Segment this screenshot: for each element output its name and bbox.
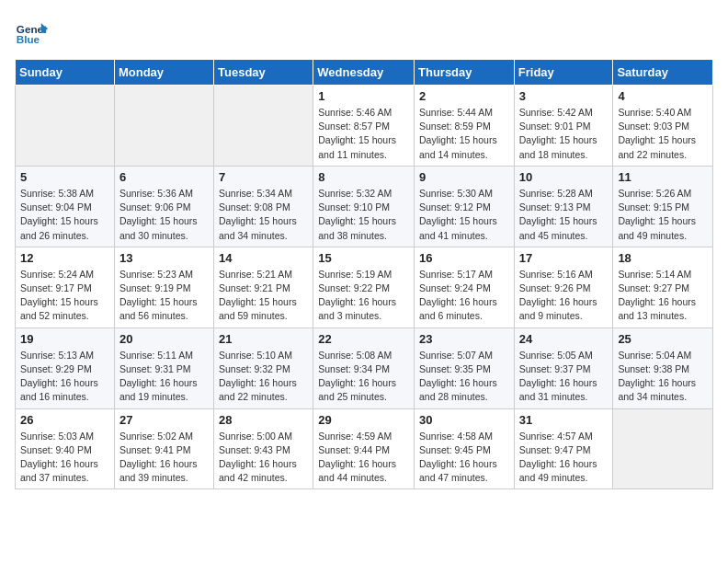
calendar-cell: 25Sunrise: 5:04 AMSunset: 9:38 PMDayligh… — [613, 327, 713, 408]
calendar-cell: 29Sunrise: 4:59 AMSunset: 9:44 PMDayligh… — [313, 408, 415, 489]
day-number: 1 — [318, 89, 409, 103]
day-number: 6 — [119, 170, 209, 184]
day-number: 17 — [519, 251, 609, 265]
calendar-cell: 18Sunrise: 5:14 AMSunset: 9:27 PMDayligh… — [613, 247, 713, 327]
calendar-table: SundayMondayTuesdayWednesdayThursdayFrid… — [15, 59, 713, 489]
weekday-header-monday: Monday — [114, 60, 213, 86]
calendar-cell: 10Sunrise: 5:28 AMSunset: 9:13 PMDayligh… — [514, 166, 613, 247]
calendar-week-4: 19Sunrise: 5:13 AMSunset: 9:29 PMDayligh… — [16, 327, 713, 408]
day-info: Sunrise: 5:05 AMSunset: 9:37 PMDaylight:… — [519, 349, 609, 405]
day-info: Sunrise: 5:44 AMSunset: 8:59 PMDaylight:… — [419, 106, 509, 162]
day-info: Sunrise: 5:46 AMSunset: 8:57 PMDaylight:… — [318, 106, 409, 162]
calendar-cell: 22Sunrise: 5:08 AMSunset: 9:34 PMDayligh… — [313, 327, 415, 408]
calendar-cell — [114, 86, 213, 167]
day-info: Sunrise: 5:34 AMSunset: 9:08 PMDaylight:… — [219, 187, 308, 243]
day-number: 8 — [318, 170, 409, 184]
weekday-header-tuesday: Tuesday — [214, 60, 313, 86]
weekday-header-wednesday: Wednesday — [313, 60, 415, 86]
day-number: 13 — [119, 251, 209, 265]
day-info: Sunrise: 5:17 AMSunset: 9:24 PMDaylight:… — [419, 268, 509, 324]
day-info: Sunrise: 5:26 AMSunset: 9:15 PMDaylight:… — [618, 187, 708, 243]
calendar-cell: 14Sunrise: 5:21 AMSunset: 9:21 PMDayligh… — [214, 247, 313, 327]
day-info: Sunrise: 5:03 AMSunset: 9:40 PMDaylight:… — [20, 430, 109, 486]
day-info: Sunrise: 5:04 AMSunset: 9:38 PMDaylight:… — [618, 349, 708, 405]
day-info: Sunrise: 5:00 AMSunset: 9:43 PMDaylight:… — [219, 430, 308, 486]
day-info: Sunrise: 5:10 AMSunset: 9:32 PMDaylight:… — [219, 349, 308, 405]
calendar-cell: 20Sunrise: 5:11 AMSunset: 9:31 PMDayligh… — [114, 327, 213, 408]
calendar-cell — [613, 408, 713, 489]
day-number: 20 — [119, 332, 209, 346]
calendar-cell: 13Sunrise: 5:23 AMSunset: 9:19 PMDayligh… — [114, 247, 213, 327]
day-number: 10 — [519, 170, 609, 184]
calendar-cell: 9Sunrise: 5:30 AMSunset: 9:12 PMDaylight… — [415, 166, 515, 247]
day-info: Sunrise: 5:02 AMSunset: 9:41 PMDaylight:… — [119, 430, 209, 486]
day-number: 18 — [618, 251, 708, 265]
day-info: Sunrise: 5:08 AMSunset: 9:34 PMDaylight:… — [318, 349, 409, 405]
day-number: 15 — [318, 251, 409, 265]
page-header: General Blue — [15, 15, 713, 48]
weekday-header-saturday: Saturday — [613, 60, 713, 86]
day-info: Sunrise: 4:57 AMSunset: 9:47 PMDaylight:… — [519, 430, 609, 486]
calendar-cell: 3Sunrise: 5:42 AMSunset: 9:01 PMDaylight… — [514, 86, 613, 167]
day-number: 30 — [419, 413, 509, 427]
day-info: Sunrise: 4:59 AMSunset: 9:44 PMDaylight:… — [318, 430, 409, 486]
day-number: 27 — [119, 413, 209, 427]
calendar-cell: 23Sunrise: 5:07 AMSunset: 9:35 PMDayligh… — [415, 327, 515, 408]
day-info: Sunrise: 5:32 AMSunset: 9:10 PMDaylight:… — [318, 187, 409, 243]
calendar-cell: 27Sunrise: 5:02 AMSunset: 9:41 PMDayligh… — [114, 408, 213, 489]
day-number: 25 — [618, 332, 708, 346]
day-info: Sunrise: 5:36 AMSunset: 9:06 PMDaylight:… — [119, 187, 209, 243]
day-info: Sunrise: 5:14 AMSunset: 9:27 PMDaylight:… — [618, 268, 708, 324]
day-number: 21 — [219, 332, 308, 346]
calendar-cell: 1Sunrise: 5:46 AMSunset: 8:57 PMDaylight… — [313, 86, 415, 167]
calendar-cell: 4Sunrise: 5:40 AMSunset: 9:03 PMDaylight… — [613, 86, 713, 167]
calendar-cell: 16Sunrise: 5:17 AMSunset: 9:24 PMDayligh… — [415, 247, 515, 327]
calendar-cell: 26Sunrise: 5:03 AMSunset: 9:40 PMDayligh… — [16, 408, 115, 489]
day-info: Sunrise: 5:40 AMSunset: 9:03 PMDaylight:… — [618, 106, 708, 162]
calendar-cell — [214, 86, 313, 167]
weekday-header-row: SundayMondayTuesdayWednesdayThursdayFrid… — [16, 60, 713, 86]
day-number: 28 — [219, 413, 308, 427]
day-info: Sunrise: 5:42 AMSunset: 9:01 PMDaylight:… — [519, 106, 609, 162]
calendar-cell: 5Sunrise: 5:38 AMSunset: 9:04 PMDaylight… — [16, 166, 115, 247]
day-number: 3 — [519, 89, 609, 103]
day-number: 11 — [618, 170, 708, 184]
day-number: 9 — [419, 170, 509, 184]
day-number: 16 — [419, 251, 509, 265]
calendar-week-5: 26Sunrise: 5:03 AMSunset: 9:40 PMDayligh… — [16, 408, 713, 489]
calendar-cell: 2Sunrise: 5:44 AMSunset: 8:59 PMDaylight… — [415, 86, 515, 167]
calendar-cell: 17Sunrise: 5:16 AMSunset: 9:26 PMDayligh… — [514, 247, 613, 327]
calendar-cell: 7Sunrise: 5:34 AMSunset: 9:08 PMDaylight… — [214, 166, 313, 247]
day-number: 7 — [219, 170, 308, 184]
calendar-cell: 8Sunrise: 5:32 AMSunset: 9:10 PMDaylight… — [313, 166, 415, 247]
day-number: 31 — [519, 413, 609, 427]
day-info: Sunrise: 4:58 AMSunset: 9:45 PMDaylight:… — [419, 430, 509, 486]
calendar-cell: 6Sunrise: 5:36 AMSunset: 9:06 PMDaylight… — [114, 166, 213, 247]
day-info: Sunrise: 5:23 AMSunset: 9:19 PMDaylight:… — [119, 268, 209, 324]
day-number: 24 — [519, 332, 609, 346]
day-number: 19 — [20, 332, 109, 346]
day-number: 14 — [219, 251, 308, 265]
calendar-week-2: 5Sunrise: 5:38 AMSunset: 9:04 PMDaylight… — [16, 166, 713, 247]
day-number: 4 — [618, 89, 708, 103]
calendar-week-1: 1Sunrise: 5:46 AMSunset: 8:57 PMDaylight… — [16, 86, 713, 167]
logo-icon: General Blue — [15, 15, 48, 48]
day-number: 26 — [20, 413, 109, 427]
day-info: Sunrise: 5:07 AMSunset: 9:35 PMDaylight:… — [419, 349, 509, 405]
day-info: Sunrise: 5:24 AMSunset: 9:17 PMDaylight:… — [20, 268, 109, 324]
svg-marker-3 — [41, 27, 46, 33]
calendar-cell: 30Sunrise: 4:58 AMSunset: 9:45 PMDayligh… — [415, 408, 515, 489]
day-info: Sunrise: 5:28 AMSunset: 9:13 PMDaylight:… — [519, 187, 609, 243]
day-number: 5 — [20, 170, 109, 184]
day-number: 22 — [318, 332, 409, 346]
weekday-header-friday: Friday — [514, 60, 613, 86]
calendar-cell: 11Sunrise: 5:26 AMSunset: 9:15 PMDayligh… — [613, 166, 713, 247]
day-number: 2 — [419, 89, 509, 103]
day-info: Sunrise: 5:21 AMSunset: 9:21 PMDaylight:… — [219, 268, 308, 324]
logo: General Blue — [15, 15, 48, 48]
day-number: 23 — [419, 332, 509, 346]
calendar-cell — [16, 86, 115, 167]
day-number: 29 — [318, 413, 409, 427]
calendar-cell: 28Sunrise: 5:00 AMSunset: 9:43 PMDayligh… — [214, 408, 313, 489]
day-number: 12 — [20, 251, 109, 265]
